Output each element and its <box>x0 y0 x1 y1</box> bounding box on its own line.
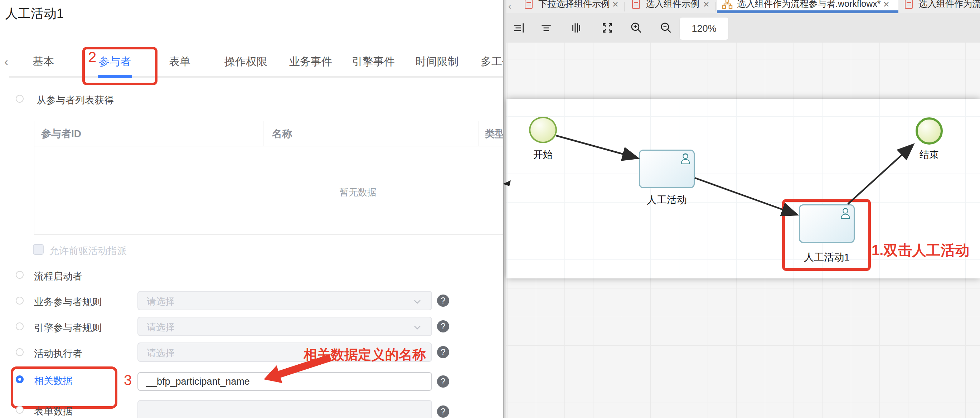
editor-tab-clipped[interactable]: 选入组件作为流程 <box>900 0 980 13</box>
tabbar-scroll-left-icon[interactable]: ‹ <box>508 1 511 12</box>
annotation-box-participants-tab <box>82 47 158 85</box>
related-data-name-input[interactable] <box>137 372 432 391</box>
table-header-type: 类型 <box>485 127 504 141</box>
table-empty-text: 暂无数据 <box>322 186 394 199</box>
radio-activity-executor-label: 活动执行者 <box>34 347 82 360</box>
annotation-box-related-data <box>11 367 118 409</box>
workflow-icon <box>722 0 733 9</box>
tab-form[interactable]: 表单 <box>169 53 191 70</box>
table-border <box>34 121 504 121</box>
radio-activity-executor[interactable] <box>16 348 24 356</box>
annotation-step-3: 3 <box>124 372 132 388</box>
radio-business-participant-rule-label: 业务参与者规则 <box>34 296 102 308</box>
radio-process-starter[interactable] <box>16 271 24 279</box>
table-border <box>34 121 34 234</box>
panel-divider[interactable] <box>503 0 506 418</box>
business-rule-select-placeholder: 请选择 <box>147 295 175 308</box>
active-editor-tab-indicator <box>717 10 898 13</box>
activity1-label: 人工活动 <box>639 193 695 207</box>
align-center-icon[interactable] <box>540 21 553 34</box>
tab-business-events[interactable]: 业务事件 <box>289 53 332 70</box>
radio-engine-participant-rule[interactable] <box>16 323 24 330</box>
table-border <box>34 146 504 146</box>
table-header-participant-id: 参与者ID <box>41 127 81 141</box>
table-border <box>34 234 504 235</box>
annotation-box-activity2 <box>782 199 871 271</box>
activity-executor-select-placeholder: 请选择 <box>147 347 175 359</box>
activity-node-manual-activity[interactable] <box>639 149 695 188</box>
tab-basic[interactable]: 基本 <box>33 53 54 70</box>
editor-tab-label: 选入组件示例 <box>646 0 699 10</box>
distribute-columns-icon[interactable] <box>570 21 583 34</box>
end-event-node[interactable] <box>916 118 943 145</box>
annotation-double-click-hint: 1.双击人工活动 <box>872 240 969 260</box>
help-icon[interactable]: ? <box>437 320 449 332</box>
page-title: 人工活动1 <box>5 5 64 22</box>
activity-properties-panel: 人工活动1 ‹ 基本 2 参与者 表单 操作权限 业务事件 引擎事件 时间限制 … <box>0 0 504 418</box>
start-event-node[interactable] <box>529 117 557 143</box>
file-icon <box>525 0 533 9</box>
help-icon[interactable]: ? <box>437 405 449 418</box>
tab-separator <box>624 2 625 11</box>
help-icon[interactable]: ? <box>437 294 449 307</box>
help-icon[interactable]: ? <box>437 346 449 358</box>
checkbox-allow-predecessor-assign[interactable] <box>33 244 44 255</box>
engine-rule-select-placeholder: 请选择 <box>147 321 175 334</box>
chevron-down-icon <box>414 298 421 306</box>
zoom-out-icon[interactable] <box>660 21 673 34</box>
tab-operation-permissions[interactable]: 操作权限 <box>224 53 267 70</box>
table-column-divider <box>479 121 479 146</box>
align-right-icon[interactable] <box>512 21 525 34</box>
editor-tab-label: 下拉选择组件示例 <box>538 0 610 10</box>
close-icon[interactable]: ✕ <box>612 0 619 9</box>
tab-time-limit[interactable]: 时间限制 <box>415 53 458 70</box>
tab-multi-work[interactable]: 多工作 <box>481 53 504 70</box>
checkbox-allow-predecessor-assign-label: 允许前驱活动指派 <box>49 245 127 257</box>
radio-form-data[interactable] <box>16 406 24 414</box>
engine-rule-select[interactable]: 请选择 <box>137 317 432 336</box>
radio-process-starter-label: 流程启动者 <box>34 270 82 283</box>
zoom-level-display[interactable]: 120% <box>679 17 729 40</box>
editor-tab-pick-example[interactable]: 选入组件示例 ✕ <box>626 0 716 13</box>
workflow-canvas-panel: ‹ 下拉选择组件示例 ✕ 选入组件示例 ✕ 选入组件作为流程参与者.workfl… <box>503 0 980 418</box>
end-event-label: 结束 <box>911 148 947 161</box>
zoom-in-icon[interactable] <box>630 21 643 34</box>
radio-form-data-label: 表单数据 <box>34 405 73 418</box>
file-icon <box>905 0 913 9</box>
tabs-scroll-left-icon[interactable]: ‹ <box>4 55 8 68</box>
radio-from-participant-list-label: 从参与者列表获得 <box>37 94 114 106</box>
close-icon[interactable]: ✕ <box>883 0 889 9</box>
editor-tab-label: 选入组件作为流程 <box>918 0 980 10</box>
radio-from-participant-list[interactable] <box>16 95 24 103</box>
person-icon <box>679 152 692 165</box>
editor-tab-label: 选入组件作为流程参与者.workflowx* <box>737 0 880 10</box>
business-rule-select[interactable]: 请选择 <box>137 291 432 310</box>
fit-screen-icon[interactable] <box>601 21 614 34</box>
form-data-input-disabled <box>137 400 432 418</box>
close-icon[interactable]: ✕ <box>703 0 710 9</box>
radio-engine-participant-rule-label: 引擎参与者规则 <box>34 321 102 334</box>
annotation-related-data-hint: 相关数据定义的名称 <box>304 346 426 364</box>
editor-tab-dropdown-example[interactable]: 下拉选择组件示例 ✕ <box>519 0 624 13</box>
radio-business-participant-rule[interactable] <box>16 297 24 305</box>
help-icon[interactable]: ? <box>437 375 449 388</box>
table-header-name: 名称 <box>272 127 292 141</box>
workflow-designer-screen: 人工活动1 ‹ 基本 2 参与者 表单 操作权限 业务事件 引擎事件 时间限制 … <box>0 0 980 418</box>
chevron-down-icon <box>414 324 421 331</box>
start-event-label: 开始 <box>525 148 561 161</box>
tab-separator <box>716 2 716 11</box>
tab-engine-events[interactable]: 引擎事件 <box>352 53 395 70</box>
file-icon <box>632 0 640 9</box>
